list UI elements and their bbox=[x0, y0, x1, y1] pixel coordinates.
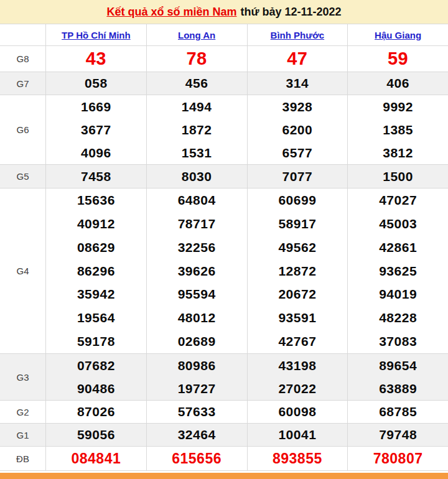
result-number: 615656 bbox=[147, 447, 247, 470]
prize-row-g7: G7 058 456 314 406 bbox=[0, 72, 448, 95]
result-cell: 9992 1385 3812 bbox=[347, 95, 448, 164]
result-number: 63889 bbox=[348, 377, 448, 400]
result-number: 4096 bbox=[46, 141, 146, 164]
result-cell: 78 bbox=[146, 46, 247, 72]
result-number: 59056 bbox=[46, 424, 146, 446]
prize-label: G2 bbox=[0, 401, 45, 423]
result-number: 57633 bbox=[147, 401, 247, 423]
result-number: 084841 bbox=[46, 447, 146, 470]
result-cell: 314 bbox=[247, 72, 348, 95]
result-number: 78 bbox=[147, 46, 247, 72]
province-link[interactable]: Long An bbox=[178, 30, 215, 40]
result-number: 7077 bbox=[248, 165, 348, 188]
result-number: 32464 bbox=[147, 424, 247, 446]
result-number: 45003 bbox=[348, 212, 448, 236]
result-number: 1872 bbox=[147, 118, 247, 141]
result-number: 87026 bbox=[46, 401, 146, 423]
prize-row-g3: G3 07682 90486 80986 19727 43198 27022 8… bbox=[0, 353, 448, 400]
result-number: 1385 bbox=[348, 118, 448, 141]
result-number: 7458 bbox=[46, 165, 146, 188]
result-number: 37083 bbox=[348, 330, 448, 353]
result-cell: 59056 bbox=[45, 424, 146, 446]
column-header-tp-ho-chi-minh: TP Hồ Chí Minh bbox=[45, 24, 146, 45]
lottery-results-page: Kết quả xổ số miền Nam thứ bảy 12-11-202… bbox=[0, 0, 448, 479]
result-number: 1494 bbox=[147, 95, 247, 118]
result-number: 42767 bbox=[248, 330, 348, 353]
result-number: 10041 bbox=[248, 424, 348, 446]
prize-row-g5: G5 7458 8030 7077 1500 bbox=[0, 164, 448, 188]
result-number: 47 bbox=[248, 46, 348, 72]
result-cell: 058 bbox=[45, 72, 146, 95]
result-number: 90486 bbox=[46, 377, 146, 400]
column-header-spacer bbox=[0, 24, 45, 45]
result-number: 02689 bbox=[147, 330, 247, 353]
result-number: 35942 bbox=[46, 282, 146, 306]
result-number: 42861 bbox=[348, 236, 448, 259]
result-cell: 780807 bbox=[347, 447, 448, 470]
prize-label: G6 bbox=[0, 95, 45, 164]
result-number: 19727 bbox=[147, 377, 247, 400]
result-number: 15636 bbox=[46, 188, 146, 212]
result-cell: 80986 19727 bbox=[146, 354, 247, 400]
result-cell: 07682 90486 bbox=[45, 354, 146, 400]
result-cell: 10041 bbox=[247, 424, 348, 446]
result-number: 48228 bbox=[348, 306, 448, 330]
title-link[interactable]: Kết quả xổ số miền Nam bbox=[106, 6, 236, 19]
province-link[interactable]: Hậu Giang bbox=[375, 30, 421, 40]
result-number: 48012 bbox=[147, 306, 247, 330]
result-cell: 32464 bbox=[146, 424, 247, 446]
result-number: 64804 bbox=[147, 188, 247, 212]
result-number: 89654 bbox=[348, 354, 448, 377]
result-number: 59178 bbox=[46, 330, 146, 353]
result-number: 58917 bbox=[248, 212, 348, 236]
prize-label: G5 bbox=[0, 165, 45, 188]
result-number: 1531 bbox=[147, 141, 247, 164]
result-number: 893855 bbox=[248, 447, 348, 470]
prize-label: ĐB bbox=[0, 447, 45, 470]
result-cell: 64804 78717 32256 39626 95594 48012 0268… bbox=[146, 188, 247, 353]
result-cell: 8030 bbox=[146, 165, 247, 188]
result-number: 3812 bbox=[348, 141, 448, 164]
result-cell: 47 bbox=[247, 46, 348, 72]
result-number: 27022 bbox=[248, 377, 348, 400]
result-cell: 47027 45003 42861 93625 94019 48228 3708… bbox=[347, 188, 448, 353]
result-number: 19564 bbox=[46, 306, 146, 330]
result-number: 08629 bbox=[46, 236, 146, 259]
result-number: 68785 bbox=[348, 401, 448, 423]
province-link[interactable]: TP Hồ Chí Minh bbox=[62, 30, 131, 40]
result-number: 47027 bbox=[348, 188, 448, 212]
result-number: 78717 bbox=[147, 212, 247, 236]
province-link[interactable]: Bình Phước bbox=[271, 30, 325, 40]
result-number: 93625 bbox=[348, 259, 448, 283]
result-cell: 68785 bbox=[347, 401, 448, 423]
result-number: 79748 bbox=[348, 424, 448, 446]
result-cell: 87026 bbox=[45, 401, 146, 423]
prize-row-g2: G2 87026 57633 60098 68785 bbox=[0, 400, 448, 423]
result-number: 1500 bbox=[348, 165, 448, 188]
result-cell: 7458 bbox=[45, 165, 146, 188]
column-header-hau-giang: Hậu Giang bbox=[347, 24, 448, 45]
result-cell: 3928 6200 6577 bbox=[247, 95, 348, 164]
result-cell: 084841 bbox=[45, 447, 146, 470]
result-cell: 89654 63889 bbox=[347, 354, 448, 400]
prize-row-g8: G8 43 78 47 59 bbox=[0, 45, 448, 72]
result-number: 43 bbox=[46, 46, 146, 72]
result-cell: 1669 3677 4096 bbox=[45, 95, 146, 164]
result-cell: 406 bbox=[347, 72, 448, 95]
result-number: 60699 bbox=[248, 188, 348, 212]
result-cell: 15636 40912 08629 86296 35942 19564 5917… bbox=[45, 188, 146, 353]
result-cell: 60699 58917 49562 12872 20672 93591 4276… bbox=[247, 188, 348, 353]
result-number: 780807 bbox=[348, 447, 448, 470]
result-number: 80986 bbox=[147, 354, 247, 377]
prize-row-g1: G1 59056 32464 10041 79748 bbox=[0, 423, 448, 446]
result-number: 406 bbox=[348, 72, 448, 95]
result-number: 49562 bbox=[248, 236, 348, 259]
page-title: Kết quả xổ số miền Nam thứ bảy 12-11-202… bbox=[0, 0, 448, 24]
column-header-row: TP Hồ Chí Minh Long An Bình Phước Hậu Gi… bbox=[0, 24, 448, 45]
result-number: 20672 bbox=[248, 282, 348, 306]
result-number: 40912 bbox=[46, 212, 146, 236]
prize-row-db: ĐB 084841 615656 893855 780807 bbox=[0, 446, 448, 470]
result-cell: 59 bbox=[347, 46, 448, 72]
result-number: 1669 bbox=[46, 95, 146, 118]
result-number: 59 bbox=[348, 46, 448, 72]
